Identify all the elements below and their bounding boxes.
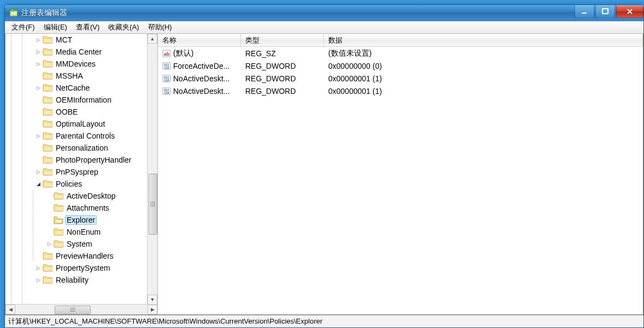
close-button[interactable] [616,5,643,18]
registry-tree[interactable]: ▷MCT▷Media Center▷MMDevicesMSSHA▷NetCach… [5,34,157,304]
folder-icon [43,71,52,80]
expand-icon[interactable]: ▷ [34,276,43,284]
expand-icon[interactable]: ▷ [45,240,54,248]
folder-icon [43,252,52,260]
svg-text:110: 110 [164,66,169,69]
tree-item[interactable]: PhotoPropertyHandler [5,154,157,166]
menu-help[interactable]: 帮助(H) [144,21,176,33]
minimize-button[interactable] [575,5,594,18]
window-buttons [574,5,643,17]
folder-open-icon [54,216,63,224]
folder-icon [43,156,52,164]
tree-item-label: PreviewHandlers [54,251,115,261]
expand-icon[interactable]: ▷ [34,132,43,140]
tree-item-label: OptimalLayout [54,119,107,129]
column-header-data[interactable]: 数据 [324,34,643,46]
value-name: NoActiveDeskt... [173,74,229,83]
tree-item[interactable]: ▷System [5,238,157,250]
tree-item[interactable]: Explorer [5,214,157,226]
scroll-thumb[interactable] [149,174,157,235]
tree-spacer [34,96,43,104]
expand-icon[interactable]: ▷ [34,59,43,68]
tree-item[interactable]: ▷MMDevices [5,58,157,70]
value-data: (数值未设置) [324,48,643,59]
tree-item-label: Media Center [54,47,103,57]
menu-edit[interactable]: 编辑(E) [39,21,72,33]
tree-item[interactable]: NonEnum [5,226,157,238]
tree-spacer [34,120,43,128]
tree-item-label: OOBE [54,107,79,117]
value-name: ForceActiveDe... [173,62,229,70]
tree-item-label: OEMInformation [54,95,113,105]
tree-item-label: NetCache [54,83,91,93]
tree-item[interactable]: MSSHA [5,70,157,82]
scroll-down-arrow-icon[interactable]: ▼ [147,295,157,305]
folder-icon [54,240,63,248]
tree-item-label: ActiveDesktop [65,191,117,201]
folder-icon [43,144,52,152]
list-header[interactable]: 名称 类型 数据 [158,34,643,47]
folder-icon [43,108,52,116]
tree-item[interactable]: ▷PropertySystem [5,262,157,274]
tree-item-label: NonEnum [65,227,102,237]
list-row[interactable]: ab(默认)REG_SZ(数值未设置) [158,47,643,59]
list-row[interactable]: 011110NoActiveDeskt...REG_DWORD0x0000000… [158,72,643,85]
tree-item-label: Personalization [54,143,110,153]
tree-spacer [34,108,43,116]
statusbar: 计算机\HKEY_LOCAL_MACHINE\SOFTWARE\Microsof… [5,315,643,327]
menu-favorites[interactable]: 收藏夹(A) [104,21,143,33]
collapse-icon[interactable]: ◢ [34,180,43,188]
folder-icon [43,35,52,44]
reg-binary-icon: 011110 [162,62,171,70]
column-header-type[interactable]: 类型 [241,34,324,46]
maximize-button[interactable] [595,5,615,18]
tree-item[interactable]: Attachments [5,202,157,214]
tree-item-label: MMDevices [54,59,97,69]
values-list: 名称 类型 数据 ab(默认)REG_SZ(数值未设置)011110ForceA… [158,34,643,314]
tree-item[interactable]: Personalization [5,142,157,154]
tree-item[interactable]: ◢Policies [5,178,157,190]
tree-spacer [45,204,54,212]
folder-icon [43,276,52,284]
svg-rect-4 [602,9,608,14]
folder-icon [43,84,52,92]
tree-item-label: PhotoPropertyHandler [54,155,133,165]
tree-item[interactable]: ▷Reliability [5,274,157,286]
expand-icon[interactable]: ▷ [34,168,43,176]
value-data: 0x00000001 (1) [324,86,643,96]
scroll-thumb[interactable] [55,306,91,314]
expand-icon[interactable]: ▷ [34,264,43,272]
folder-icon [43,132,52,140]
scroll-up-arrow-icon[interactable]: ▲ [147,34,157,44]
list-row[interactable]: 011110ForceActiveDe...REG_DWORD0x0000000… [158,59,643,72]
list-body[interactable]: ab(默认)REG_SZ(数值未设置)011110ForceActiveDe..… [158,47,643,314]
tree-item[interactable]: OOBE [5,106,157,118]
scroll-left-arrow-icon[interactable]: ◀ [5,305,15,314]
tree-item[interactable]: OptimalLayout [5,118,157,130]
expand-icon[interactable]: ▷ [34,47,43,56]
value-data: 0x00000000 (0) [324,61,643,71]
list-row[interactable]: 011110NoActiveDeskt...REG_DWORD0x0000000… [158,85,643,97]
tree-item[interactable]: ▷NetCache [5,82,157,94]
value-type: REG_DWORD [241,74,324,84]
tree-vertical-scrollbar[interactable]: ▲ ▼ [147,34,157,305]
tree-horizontal-scrollbar[interactable]: ◀ ▶ [5,304,157,314]
column-header-name[interactable]: 名称 [158,34,241,46]
tree-item-label: PropertySystem [54,263,112,273]
tree-item[interactable]: PreviewHandlers [5,250,157,262]
tree-item[interactable]: ▷Parental Controls [5,130,157,142]
tree-item[interactable]: ▷PnPSysprep [5,166,157,178]
expand-icon[interactable]: ▷ [34,35,43,44]
tree-item[interactable]: OEMInformation [5,94,157,106]
value-type: REG_DWORD [241,61,324,71]
tree-item[interactable]: ActiveDesktop [5,190,157,202]
menu-view[interactable]: 查看(V) [72,21,104,33]
tree-item-label: MCT [54,35,74,45]
tree-item-label: Attachments [65,203,111,213]
tree-item[interactable]: ▷Media Center [5,46,157,58]
menu-file[interactable]: 文件(F) [7,21,39,33]
titlebar[interactable]: 注册表编辑器 [5,5,643,21]
expand-icon[interactable]: ▷ [34,84,43,92]
tree-item[interactable]: ▷MCT [5,34,157,46]
scroll-right-arrow-icon[interactable]: ▶ [147,305,157,314]
